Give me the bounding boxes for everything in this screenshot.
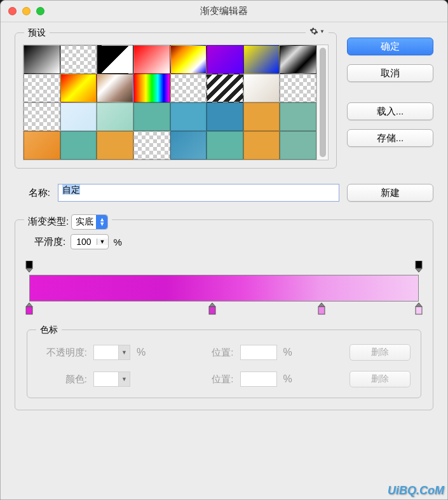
preset-swatch[interactable]	[243, 45, 280, 74]
gradient-bar-area	[29, 261, 419, 324]
name-input[interactable]: 自定	[58, 184, 339, 202]
position-unit: %	[283, 347, 292, 358]
name-label: 名称:	[15, 187, 50, 199]
gradient-type-panel: 渐变类型: 实底 ▲▼ 平滑度: 100 ▼ % 色标	[15, 219, 433, 410]
color-input[interactable]: ▼	[93, 372, 130, 387]
preset-swatch[interactable]	[133, 131, 170, 160]
opacity-unit: %	[137, 347, 146, 358]
preset-swatch[interactable]	[133, 102, 170, 131]
gear-icon	[309, 27, 318, 36]
minimize-icon[interactable]	[22, 7, 31, 15]
chevron-down-icon: ▼	[118, 345, 130, 359]
preset-swatch[interactable]	[280, 45, 316, 74]
opacity-stop[interactable]	[414, 261, 423, 272]
presets-panel: 预设 ▼	[15, 32, 337, 169]
maximize-icon[interactable]	[36, 7, 44, 15]
preset-swatch[interactable]	[133, 45, 170, 74]
preset-swatch[interactable]	[207, 74, 243, 102]
stop-label: 色标	[36, 324, 62, 336]
smoothness-input[interactable]: 100 ▼	[71, 234, 108, 249]
watermark: UiBQ.CoM	[388, 484, 444, 497]
preset-swatch[interactable]	[170, 102, 207, 131]
chevron-down-icon: ▼	[320, 29, 325, 34]
smoothness-label: 平滑度:	[34, 236, 65, 248]
preset-swatch[interactable]	[97, 131, 133, 160]
preset-swatch[interactable]	[133, 74, 170, 102]
svg-rect-7	[209, 307, 215, 314]
preset-swatch[interactable]	[24, 45, 60, 74]
content: 预设 ▼ 确定 取消 载入... 存储... 名称: 自定 新建	[1, 22, 447, 420]
chevron-down-icon: ▼	[118, 372, 130, 386]
preset-swatch[interactable]	[243, 74, 280, 102]
svg-rect-5	[26, 307, 32, 314]
side-buttons: 确定 取消 载入... 存储...	[347, 32, 433, 169]
svg-rect-9	[318, 307, 325, 314]
delete-color-button[interactable]: 删除	[350, 371, 411, 387]
preset-swatch[interactable]	[170, 131, 207, 160]
position-unit: %	[283, 373, 292, 385]
color-stop[interactable]	[414, 303, 423, 316]
svg-rect-0	[26, 261, 32, 268]
svg-marker-6	[209, 303, 215, 307]
svg-marker-3	[416, 268, 422, 272]
preset-swatch[interactable]	[97, 102, 133, 131]
smoothness-unit: %	[114, 237, 122, 247]
load-button[interactable]: 载入...	[347, 102, 433, 120]
opacity-position-input[interactable]	[240, 345, 277, 360]
titlebar: 渐变编辑器	[1, 1, 447, 22]
preset-swatch[interactable]	[24, 102, 60, 131]
close-icon[interactable]	[8, 7, 17, 15]
color-stop[interactable]	[317, 303, 326, 316]
preset-swatch[interactable]	[207, 131, 243, 160]
presets-scrollbar[interactable]	[316, 45, 328, 160]
chevron-down-icon[interactable]: ▼	[97, 239, 108, 245]
preset-swatch[interactable]	[97, 74, 133, 102]
preset-swatch[interactable]	[60, 45, 97, 74]
ok-button[interactable]: 确定	[347, 38, 433, 55]
position-label: 位置:	[203, 347, 234, 359]
gradient-editor-window: 渐变编辑器 预设 ▼ 确定 取消 载入... 存储...	[0, 0, 448, 500]
gradient-type-group: 渐变类型: 实底 ▲▼	[24, 214, 112, 230]
gradient-type-select[interactable]: 实底 ▲▼	[71, 214, 108, 230]
save-button[interactable]: 存储...	[347, 129, 433, 147]
preset-swatch[interactable]	[170, 74, 207, 102]
opacity-input[interactable]: ▼	[93, 345, 130, 360]
preset-swatch[interactable]	[280, 131, 316, 160]
color-position-input[interactable]	[240, 372, 277, 387]
preset-swatch[interactable]	[243, 102, 280, 131]
preset-swatch[interactable]	[97, 45, 133, 74]
preset-swatch[interactable]	[207, 102, 243, 131]
gradient-bar[interactable]	[29, 275, 419, 302]
svg-marker-4	[26, 303, 32, 307]
presets-grid	[23, 45, 329, 160]
preset-swatch[interactable]	[280, 74, 316, 102]
preset-swatch[interactable]	[243, 131, 280, 160]
preset-swatch[interactable]	[280, 102, 316, 131]
presets-menu[interactable]: ▼	[306, 27, 329, 36]
position-label: 位置:	[203, 373, 234, 385]
preset-swatch[interactable]	[24, 74, 60, 102]
svg-rect-11	[416, 307, 422, 314]
new-button[interactable]: 新建	[347, 184, 433, 202]
color-stop[interactable]	[25, 303, 34, 316]
preset-swatch[interactable]	[207, 45, 243, 74]
opacity-stops-track[interactable]	[29, 261, 419, 274]
svg-marker-10	[416, 303, 422, 307]
opacity-stop[interactable]	[25, 261, 34, 272]
preset-swatch[interactable]	[60, 102, 97, 131]
opacity-label: 不透明度:	[37, 347, 87, 359]
cancel-button[interactable]: 取消	[347, 64, 433, 82]
preset-swatch[interactable]	[60, 74, 97, 102]
svg-rect-2	[416, 261, 422, 268]
color-stops-track[interactable]	[29, 303, 419, 317]
preset-swatch[interactable]	[170, 45, 207, 74]
stop-panel: 色标 不透明度: ▼ % 位置: % 删除 颜色: ▼ %	[27, 330, 421, 398]
preset-swatch[interactable]	[24, 131, 60, 160]
preset-swatch[interactable]	[60, 131, 97, 160]
color-stop[interactable]	[208, 303, 217, 316]
delete-opacity-button[interactable]: 删除	[350, 344, 411, 361]
window-controls	[8, 7, 44, 15]
svg-marker-8	[318, 303, 325, 307]
window-title: 渐变编辑器	[1, 5, 447, 17]
gradient-type-label: 渐变类型:	[28, 216, 69, 226]
